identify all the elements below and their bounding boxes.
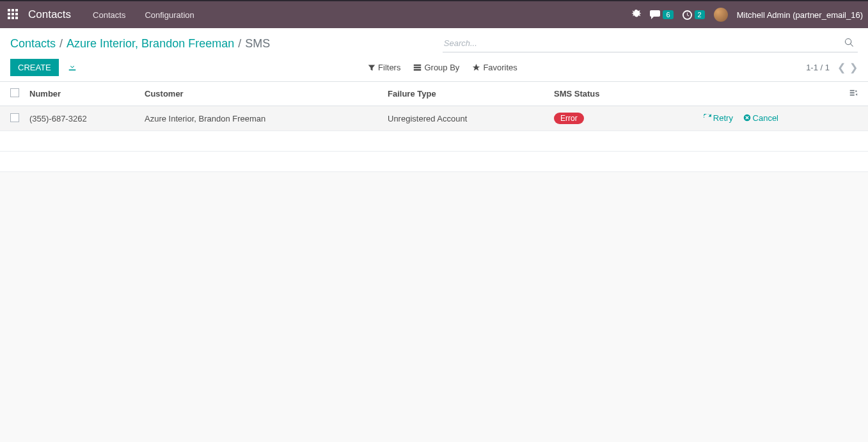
row-checkbox[interactable] bbox=[10, 113, 19, 122]
col-number[interactable]: Number bbox=[24, 82, 139, 106]
search-input[interactable] bbox=[443, 36, 840, 51]
avatar[interactable] bbox=[714, 8, 728, 22]
nav-contacts[interactable]: Contacts bbox=[85, 10, 133, 20]
filters-button[interactable]: Filters bbox=[368, 63, 400, 72]
empty-row bbox=[0, 152, 868, 172]
favorites-button[interactable]: Favorites bbox=[472, 63, 517, 72]
breadcrumb-root[interactable]: Contacts bbox=[10, 37, 56, 51]
pager-range[interactable]: 1-1 / 1 bbox=[806, 63, 830, 72]
pager-prev[interactable]: ❮ bbox=[837, 61, 846, 74]
table-header-row: Number Customer Failure Type SMS Status bbox=[0, 82, 868, 106]
retry-button[interactable]: Retry bbox=[704, 113, 733, 123]
app-title: Contacts bbox=[28, 8, 71, 21]
control-panel: Contacts / Azure Interior, Brandon Freem… bbox=[0, 28, 868, 82]
pager-next[interactable]: ❯ bbox=[849, 61, 858, 74]
breadcrumb-sep: / bbox=[238, 37, 241, 51]
col-customer[interactable]: Customer bbox=[139, 82, 383, 106]
empty-row bbox=[0, 131, 868, 152]
create-button[interactable]: CREATE bbox=[10, 59, 59, 76]
cell-failure-type: Unregistered Account bbox=[383, 106, 549, 131]
col-failure-type[interactable]: Failure Type bbox=[383, 82, 549, 106]
bug-icon[interactable] bbox=[631, 9, 641, 20]
optional-fields-icon[interactable] bbox=[849, 90, 858, 99]
breadcrumb-parent[interactable]: Azure Interior, Brandon Freeman bbox=[67, 37, 234, 51]
table-row[interactable]: (355)-687-3262 Azure Interior, Brandon F… bbox=[0, 106, 868, 131]
retry-label: Retry bbox=[713, 113, 733, 123]
cell-number: (355)-687-3262 bbox=[24, 106, 139, 131]
activities-button[interactable]: 2 bbox=[683, 10, 705, 20]
groupby-button[interactable]: Group By bbox=[413, 63, 459, 72]
cancel-button[interactable]: Cancel bbox=[743, 113, 778, 123]
username[interactable]: Mitchell Admin (partner_email_16) bbox=[737, 10, 863, 20]
breadcrumb: Contacts / Azure Interior, Brandon Freem… bbox=[10, 37, 270, 51]
breadcrumb-current: SMS bbox=[245, 37, 270, 51]
apps-icon[interactable] bbox=[8, 9, 19, 20]
filters-label: Filters bbox=[378, 63, 400, 72]
list-view: Number Customer Failure Type SMS Status … bbox=[0, 82, 868, 172]
search-icon[interactable] bbox=[840, 36, 858, 51]
searchbox bbox=[443, 35, 858, 52]
topbar: Contacts Contacts Configuration 6 2 Mitc… bbox=[0, 0, 868, 28]
groupby-label: Group By bbox=[424, 63, 459, 72]
messages-badge: 6 bbox=[663, 10, 673, 19]
cancel-label: Cancel bbox=[753, 113, 778, 123]
topbar-left: Contacts Contacts Configuration bbox=[5, 8, 202, 21]
breadcrumb-sep: / bbox=[59, 37, 63, 51]
favorites-label: Favorites bbox=[483, 63, 517, 72]
messages-button[interactable]: 6 bbox=[650, 10, 673, 19]
cell-customer: Azure Interior, Brandon Freeman bbox=[139, 106, 383, 131]
topbar-right: 6 2 Mitchell Admin (partner_email_16) bbox=[631, 8, 863, 22]
activities-badge: 2 bbox=[695, 10, 705, 19]
nav-configuration[interactable]: Configuration bbox=[137, 10, 201, 20]
download-icon[interactable] bbox=[65, 59, 79, 75]
col-sms-status[interactable]: SMS Status bbox=[549, 82, 628, 106]
status-badge: Error bbox=[554, 113, 584, 124]
select-all-checkbox[interactable] bbox=[10, 88, 19, 97]
